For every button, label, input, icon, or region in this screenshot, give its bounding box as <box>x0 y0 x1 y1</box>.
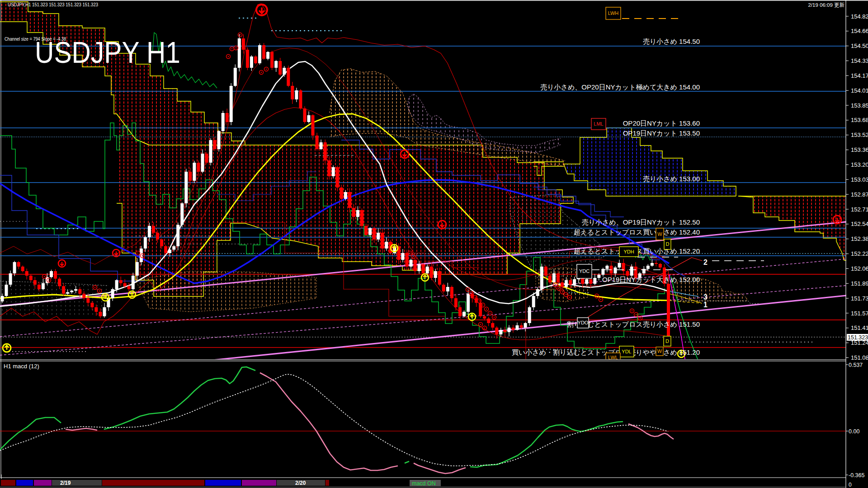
svg-text:152.060: 152.060 <box>851 265 868 272</box>
svg-text:152.220: 152.220 <box>851 250 868 257</box>
svg-text:売り小さめ、OP19日NYカット 152.50: 売り小さめ、OP19日NYカット 152.50 <box>582 218 700 226</box>
svg-text:151.895: 151.895 <box>851 280 868 287</box>
svg-text:154.500: 154.500 <box>851 42 868 49</box>
svg-text:152.385: 152.385 <box>851 235 868 242</box>
svg-text:W: W <box>657 348 662 354</box>
svg-text:154.825: 154.825 <box>851 13 868 20</box>
svg-text:154.175: 154.175 <box>851 72 868 79</box>
svg-text:154.335: 154.335 <box>851 57 868 64</box>
svg-text:153.035: 153.035 <box>851 176 868 183</box>
svg-text:151.570: 151.570 <box>851 310 868 317</box>
svg-text:売り小さめ 154.50: 売り小さめ 154.50 <box>643 38 700 45</box>
svg-text:152.545: 152.545 <box>851 221 868 227</box>
svg-text:-0.365: -0.365 <box>849 472 864 479</box>
svg-text:YDO: YDO <box>578 320 589 325</box>
svg-text:1: 1 <box>703 301 708 309</box>
svg-text:YDH: YDH <box>623 249 634 254</box>
svg-text:LWH: LWH <box>608 10 619 16</box>
svg-text:macd ON: macd ON <box>412 480 436 487</box>
svg-text:D: D <box>666 241 670 247</box>
svg-text:152.870: 152.870 <box>851 191 868 198</box>
svg-text:0.00: 0.00 <box>849 428 859 435</box>
svg-text:OP20日NYカット 153.60: OP20日NYカット 153.60 <box>623 119 700 127</box>
svg-text:LML: LML <box>594 121 603 127</box>
svg-text:W: W <box>657 231 662 237</box>
svg-text:151.735: 151.735 <box>851 295 868 302</box>
svg-text:152.710: 152.710 <box>851 206 868 213</box>
svg-text:153.525: 153.525 <box>851 131 868 138</box>
svg-text:超えるとストップロス買い小さめ 152.40: 超えるとストップロス買い小さめ 152.40 <box>574 228 700 236</box>
svg-text:0: 0 <box>849 482 852 488</box>
svg-text:D: D <box>665 338 669 344</box>
svg-text:153.200: 153.200 <box>851 161 868 168</box>
svg-text:2/19: 2/19 <box>60 480 71 486</box>
svg-text:YDC: YDC <box>579 268 590 274</box>
svg-text:USDJPY H1: USDJPY H1 <box>35 35 180 69</box>
svg-text:2/19 06:09 更新: 2/19 06:09 更新 <box>808 2 844 8</box>
svg-text:154.660: 154.660 <box>851 28 868 34</box>
svg-text:153.360: 153.360 <box>851 146 868 153</box>
svg-text:154.010: 154.010 <box>851 87 868 94</box>
svg-text:3: 3 <box>703 293 708 301</box>
svg-text:OP19日NYカット大きめ 152.00: OP19日NYカット大きめ 152.00 <box>602 276 700 283</box>
svg-text:2: 2 <box>703 258 708 266</box>
svg-text:H1 macd (12): H1 macd (12) <box>4 363 39 370</box>
svg-text:153.685: 153.685 <box>851 117 868 123</box>
svg-text:OP19日NYカット 153.50: OP19日NYカット 153.50 <box>623 129 700 137</box>
svg-text:USDJPY,H1 151.323 151.323 151: USDJPY,H1 151.323 151.323 151.323 151.32… <box>8 2 98 7</box>
svg-text:151.080: 151.080 <box>851 354 868 361</box>
svg-text:153.850: 153.850 <box>851 102 868 109</box>
svg-text:151.410: 151.410 <box>851 324 868 331</box>
svg-text:売り小さめ 153.00: 売り小さめ 153.00 <box>643 175 700 183</box>
svg-text:0.537: 0.537 <box>849 362 863 368</box>
svg-text:151.323: 151.323 <box>848 334 868 341</box>
svg-text:YDL: YDL <box>622 349 631 354</box>
svg-text:2/20: 2/20 <box>295 480 306 486</box>
svg-text:売り小さめ、OP20日NYカット極めて大きめ 154.00: 売り小さめ、OP20日NYカット極めて大きめ 154.00 <box>540 83 700 91</box>
